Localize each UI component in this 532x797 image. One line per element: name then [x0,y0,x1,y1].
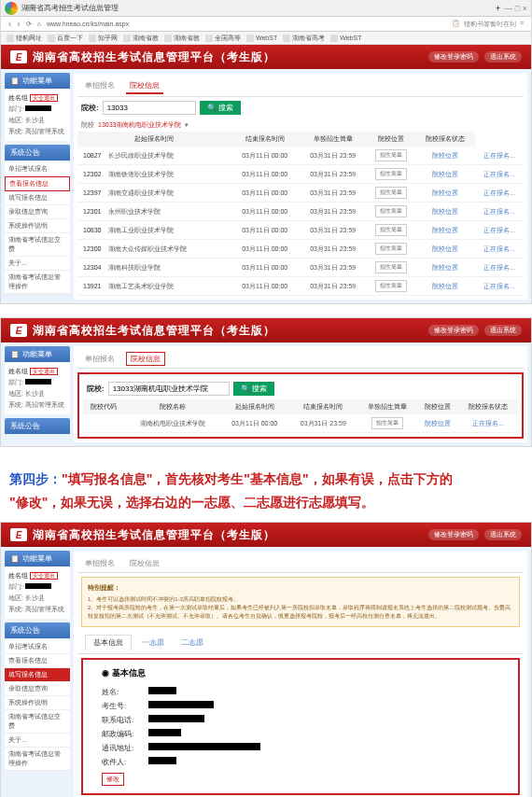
sidebar-item[interactable]: 系统操作说明 [5,219,70,233]
bookmark-item[interactable]: 湖南省高考 [283,34,325,43]
col-location: 院校位置 [367,132,415,147]
location-link[interactable]: 院校位置 [432,189,458,196]
status-link[interactable]: 正在报名... [483,283,515,289]
sidebar-item[interactable]: 单招考试报名 [5,162,70,176]
tab-school-info[interactable]: 院校信息 [126,78,163,94]
sidebar-item[interactable]: 单招考试报名 [5,640,70,654]
brochure-button[interactable]: 招生简章 [371,417,403,429]
change-password-button[interactable]: 修改登录密码 [428,529,479,540]
modify-button[interactable]: 修改 [102,773,124,786]
status-link[interactable]: 正在报名... [483,245,515,252]
brochure-button[interactable]: 招生简章 [375,280,407,292]
notice-line: 1、考生可以选择测试时间不冲突的1-2所高职单招院校报考。 [88,595,513,604]
brochure-button[interactable]: 招生简章 [375,205,407,217]
sidebar-notice-title: 系统公告 [5,418,70,434]
school-search-input[interactable] [103,101,196,115]
location-link[interactable]: 院校位置 [432,245,458,252]
app-header: E 湖南省高校招生考试信息管理平台（考生版） 修改登录密码 退出系统 [1,45,531,69]
sidebar-item[interactable]: 关于... [5,734,70,748]
logout-button[interactable]: 退出系统 [484,51,522,63]
sidebar-item[interactable]: 湖南省考试信息交费 [5,233,70,257]
search-button[interactable]: 🔍 搜索 [233,382,274,396]
bookmark-item[interactable]: 湖南省教 [164,34,200,43]
bookmark-item[interactable]: WebST [246,35,277,42]
tab-add-icon[interactable]: + [496,4,500,13]
sidebar-item[interactable]: 系统操作说明 [5,696,70,710]
location-link[interactable]: 院校位置 [425,420,451,426]
brochure-button[interactable]: 招生简章 [375,168,407,180]
sidebar-item[interactable]: 查看报名信息 [5,654,70,668]
menu-icon[interactable]: ≡ [520,20,524,29]
window-controls[interactable]: — □ × [504,4,527,13]
safe-exit-button[interactable]: 安全退出 [30,572,58,580]
bookmark-item[interactable]: 湖南省教 [123,34,159,43]
tab-school-info[interactable]: 院校信息 [126,352,165,366]
bookmark-item[interactable]: WebST [330,35,361,42]
status-link[interactable]: 正在报名... [483,227,515,233]
status-link[interactable]: 正在报名... [483,152,515,159]
sidebar-item[interactable]: 湖南省考试信息管理操作 [5,748,70,771]
safe-exit-button[interactable]: 安全退出 [30,94,58,102]
app-title: 湖南省高校招生考试信息管理平台（考生版） [33,323,275,339]
tab-single-enroll[interactable]: 单招报名 [81,78,119,94]
sidebar-item[interactable]: 湖南省考试信息管理操作 [5,271,70,294]
status-link[interactable]: 正在报名... [472,420,504,426]
browser-action-icon[interactable]: 📋 [452,20,460,29]
bookmark-item[interactable]: 全国高等 [205,34,241,43]
field-recipient-label: 收件人: [102,757,148,767]
table-row: 12302 湖南铁道职业技术学院 03月11日 00:00 03月31日 23:… [77,165,524,184]
home-icon[interactable]: ⌂ [37,21,41,27]
sidebar-item[interactable]: 查看报名信息 [5,176,70,191]
school-search-input[interactable] [108,382,230,396]
url-text[interactable]: www.hneao.cn/ks/main.aspx [47,21,446,27]
location-link[interactable]: 院校位置 [432,171,458,177]
brochure-button[interactable]: 招生简章 [375,187,407,199]
location-link[interactable]: 院校位置 [432,208,458,215]
search-button[interactable]: 🔍 搜索 [200,101,241,115]
browser-print-label[interactable]: 猎豹书签暂时在到 [464,20,516,29]
location-link[interactable]: 院校位置 [432,227,458,233]
col-status: 院校报名状态 [458,399,518,414]
form-tab-vol2[interactable]: 二志愿 [174,636,211,650]
location-link[interactable]: 院校位置 [432,264,458,271]
reload-icon[interactable]: ⟳ [26,21,32,28]
bookmark-item[interactable]: 猎豹网址 [7,34,42,43]
logout-button[interactable]: 退出系统 [484,325,522,336]
status-link[interactable]: 正在报名... [483,171,515,177]
change-password-button[interactable]: 修改登录密码 [428,325,479,336]
sidebar-item[interactable]: 录取信息查询 [5,682,70,696]
bookmark-item[interactable]: 知乎网 [89,34,118,43]
location-link[interactable]: 院校位置 [432,152,458,159]
status-link[interactable]: 正在报名... [483,264,515,271]
sidebar-item[interactable]: 湖南省考试信息交费 [5,710,70,734]
tab-single-enroll[interactable]: 单招报名 [81,556,119,570]
tab-school-info[interactable]: 院校信息 [126,556,163,570]
field-name-value [148,687,176,694]
field-student-id-label: 考生号: [102,701,148,711]
change-password-button[interactable]: 修改登录密码 [428,51,479,63]
basic-info-panel: ◉ 基本信息 姓名: 考生号: 联系电话: 邮政编码: 通讯地址: 收件人: 修… [81,658,520,795]
location-link[interactable]: 院校位置 [432,283,458,289]
sidebar-item[interactable]: 填写报名信息 [5,191,70,205]
form-tab-vol1[interactable]: 一志愿 [134,636,172,650]
sidebar-item[interactable]: 关于... [5,257,70,271]
forward-icon[interactable]: › [17,19,20,29]
status-link[interactable]: 正在报名... [483,189,515,196]
brochure-button[interactable]: 招生简章 [375,149,407,161]
sidebar-item[interactable]: 填写报名信息 [5,668,70,682]
status-link[interactable]: 正在报名... [483,208,515,215]
back-icon[interactable]: ‹ [8,19,11,29]
brochure-button[interactable]: 招生简章 [375,243,407,255]
col-name: 院校名称 [124,399,220,414]
school-dropdown[interactable]: 13033湖南机电职业技术学院 [98,120,181,130]
app-header: E 湖南省高校招生考试信息管理平台（考生版） 修改登录密码 退出系统 [1,318,531,343]
logout-button[interactable]: 退出系统 [484,529,522,540]
app-logo-icon: E [10,324,27,337]
safe-exit-button[interactable]: 安全退出 [30,368,58,375]
brochure-button[interactable]: 招生简章 [375,224,407,236]
form-tab-basic[interactable]: 基本信息 [85,635,132,650]
bookmark-item[interactable]: 百度一下 [48,34,83,43]
tab-single-enroll[interactable]: 单招报名 [81,352,119,366]
brochure-button[interactable]: 招生简章 [375,261,407,273]
sidebar-item[interactable]: 录取信息查询 [5,205,70,219]
